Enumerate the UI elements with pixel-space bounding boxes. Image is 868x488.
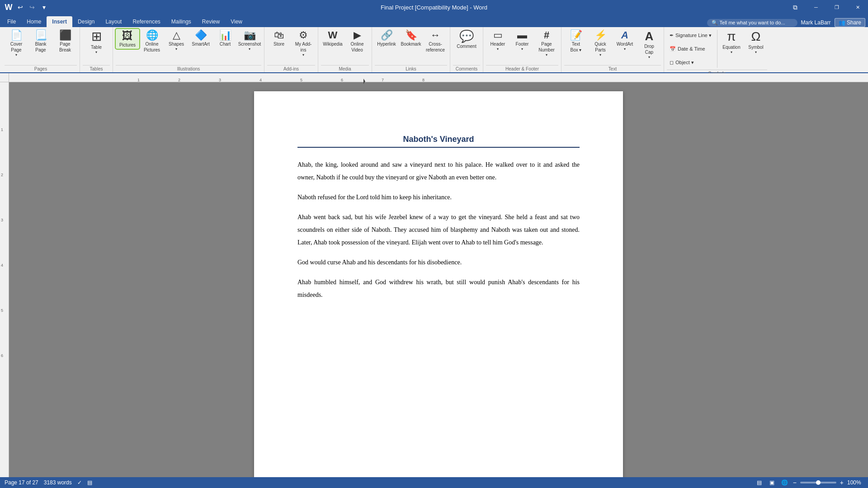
- zoom-percent[interactable]: 100%: [847, 479, 863, 486]
- smartart-icon: 🔷: [195, 30, 207, 41]
- ribbon-group-text: 📝 TextBox ▾ ⚡ QuickParts ▾ A WordArt ▾ A…: [561, 27, 664, 72]
- page-number-icon: #: [544, 30, 549, 41]
- my-addins-icon: ⚙: [299, 30, 308, 41]
- web-view-button[interactable]: 🌐: [780, 478, 789, 487]
- addins-group-label: Add-ins: [267, 65, 315, 72]
- comment-button[interactable]: 💬 Comment: [453, 29, 480, 50]
- footer-button[interactable]: ▬ Footer ▾: [510, 29, 534, 52]
- online-video-button[interactable]: ▶ OnlineVideo: [345, 29, 369, 54]
- text-box-button[interactable]: 📝 TextBox ▾: [564, 29, 588, 54]
- proofing-indicator[interactable]: ✓: [77, 479, 82, 486]
- ribbon-group-header-footer: ▭ Header ▾ ▬ Footer ▾ # PageNumber ▾ Hea…: [483, 27, 561, 72]
- blank-page-icon: 📃: [35, 30, 47, 41]
- user-name: Mark LaBarr: [801, 19, 831, 26]
- ribbon-group-links: 🔗 Hyperlink 🔖 Bookmark ↔ Cross-reference…: [372, 27, 450, 72]
- online-pictures-button[interactable]: 🌐 OnlinePictures: [140, 29, 164, 54]
- wikipedia-button[interactable]: W Wikipedia: [321, 29, 344, 48]
- page-indicator[interactable]: Page 17 of 27: [5, 479, 38, 486]
- pages-group-label: Pages: [5, 65, 77, 72]
- links-group-label: Links: [375, 65, 447, 72]
- undo-button[interactable]: ↩: [15, 2, 25, 12]
- word-icon: W: [4, 2, 14, 12]
- cross-reference-button[interactable]: ↔ Cross-reference: [424, 29, 447, 54]
- wordart-button[interactable]: A WordArt ▾: [613, 29, 637, 52]
- redo-button[interactable]: ↪: [27, 2, 37, 12]
- ribbon-group-illustrations: 🖼 Pictures 🌐 OnlinePictures △ Shapes ▾ 🔷…: [113, 27, 264, 72]
- paragraph-1: Ahab, the king, looked around and saw a …: [297, 159, 580, 184]
- customize-qat-button[interactable]: ▾: [39, 2, 49, 12]
- paragraph-3: Ahab went back sad, but his wife Jezebel…: [297, 211, 580, 249]
- tell-me-label: Tell me what you want to do...: [720, 20, 785, 25]
- tab-mailings[interactable]: Mailings: [166, 16, 197, 27]
- tab-file[interactable]: File: [2, 16, 21, 27]
- tab-insert[interactable]: Insert: [47, 16, 72, 27]
- layout-indicator[interactable]: ▤: [87, 479, 92, 486]
- tab-references[interactable]: References: [127, 16, 165, 27]
- comments-group-label: Comments: [453, 65, 480, 72]
- header-footer-group-label: Header & Footer: [486, 65, 558, 72]
- bookmark-icon: 🔖: [405, 30, 417, 41]
- pictures-icon: 🖼: [122, 30, 133, 42]
- restore-button[interactable]: ❐: [826, 0, 847, 14]
- header-button[interactable]: ▭ Header ▾: [486, 29, 509, 52]
- smartart-button[interactable]: 🔷 SmartArt: [189, 29, 212, 48]
- hyperlink-button[interactable]: 🔗 Hyperlink: [375, 29, 398, 48]
- date-time-button[interactable]: 📅 Date & Time: [667, 42, 714, 55]
- store-button[interactable]: 🛍 Store: [267, 29, 291, 48]
- print-view-button[interactable]: ▣: [768, 478, 777, 487]
- zoom-out-button[interactable]: −: [793, 479, 797, 486]
- screenshot-button[interactable]: 📷 Screenshot ▾: [238, 29, 261, 52]
- page-break-button[interactable]: ⬛ PageBreak: [53, 29, 77, 54]
- table-icon: ⊞: [91, 30, 102, 44]
- quick-parts-icon: ⚡: [594, 30, 607, 41]
- chart-button[interactable]: 📊 Chart: [213, 29, 237, 48]
- horizontal-ruler: 1 2 3 4 5 6 7 8: [9, 73, 868, 82]
- tell-me-search[interactable]: 🔍 Tell me what you want to do...: [707, 19, 797, 27]
- search-icon: 🔍: [712, 20, 718, 26]
- word-count[interactable]: 3183 words: [44, 479, 72, 486]
- screen-mode-button[interactable]: ⧉: [785, 0, 806, 14]
- signature-line-button[interactable]: ✒ Signature Line ▾: [667, 29, 714, 42]
- share-button[interactable]: 👥 Share: [835, 18, 865, 27]
- tab-layout[interactable]: Layout: [100, 16, 127, 27]
- online-pictures-icon: 🌐: [146, 30, 158, 41]
- tab-view[interactable]: View: [225, 16, 248, 27]
- paragraph-2: Naboth refused for the Lord told him to …: [297, 191, 580, 204]
- my-addins-button[interactable]: ⚙ My Add-ins ▾: [292, 29, 315, 58]
- pictures-button[interactable]: 🖼 Pictures: [116, 29, 139, 49]
- chart-icon: 📊: [219, 30, 231, 41]
- tab-design[interactable]: Design: [72, 16, 100, 27]
- zoom-in-button[interactable]: +: [840, 479, 844, 486]
- symbol-icon: Ω: [751, 30, 761, 44]
- equation-icon: π: [727, 30, 736, 44]
- close-button[interactable]: ✕: [847, 0, 868, 14]
- symbol-button[interactable]: Ω Symbol ▾: [745, 29, 767, 55]
- normal-view-button[interactable]: ▤: [755, 478, 764, 487]
- zoom-slider[interactable]: [800, 482, 836, 483]
- bookmark-button[interactable]: 🔖 Bookmark: [399, 29, 423, 48]
- document-body[interactable]: Ahab, the king, looked around and saw a …: [297, 159, 580, 301]
- ribbon-group-comments: 💬 Comment Comments: [450, 27, 483, 72]
- window-title: Final Project [Compatibility Mode] - Wor…: [381, 4, 487, 11]
- minimize-button[interactable]: ─: [806, 0, 826, 14]
- online-video-icon: ▶: [354, 30, 361, 41]
- blank-page-button[interactable]: 📃 BlankPage: [29, 29, 52, 54]
- cover-page-button[interactable]: 📄 CoverPage ▾: [5, 29, 28, 58]
- page-number-button[interactable]: # PageNumber ▾: [535, 29, 558, 58]
- footer-icon: ▬: [517, 30, 527, 41]
- equation-button[interactable]: π Equation ▾: [720, 29, 743, 55]
- drop-cap-button[interactable]: A DropCap ▾: [637, 29, 661, 60]
- shapes-button[interactable]: △ Shapes ▾: [165, 29, 188, 52]
- quick-parts-button[interactable]: ⚡ QuickParts ▾: [589, 29, 612, 58]
- tab-home[interactable]: Home: [21, 16, 47, 27]
- ribbon-group-symbols: ✒ Signature Line ▾ 📅 Date & Time ◻ Objec…: [664, 27, 770, 72]
- page-break-icon: ⬛: [59, 30, 71, 41]
- document-canvas[interactable]: Naboth's Vineyard Ahab, the king, looked…: [9, 82, 868, 477]
- shapes-icon: △: [173, 30, 180, 41]
- table-button[interactable]: ⊞ Table ▾: [83, 29, 110, 55]
- paragraph-5: Ahab humbled himself, and God withdrew h…: [297, 276, 580, 301]
- object-button[interactable]: ◻ Object ▾: [667, 56, 714, 69]
- tab-review[interactable]: Review: [197, 16, 225, 27]
- ribbon-group-media: W Wikipedia ▶ OnlineVideo Media: [318, 27, 372, 72]
- ribbon-tabs: File Home Insert Design Layout Reference…: [0, 14, 868, 27]
